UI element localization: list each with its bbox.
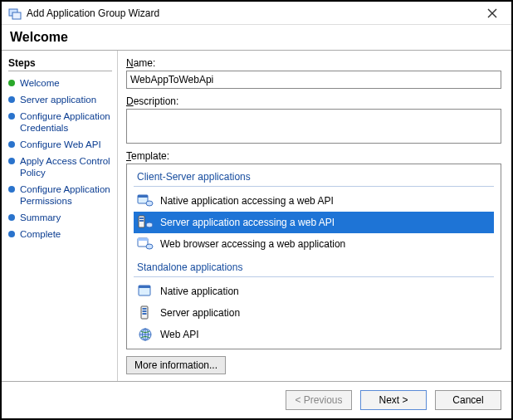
divider [134,186,494,187]
template-group-client-server: Client-Server applications [134,169,494,184]
template-list[interactable]: Client-Server applications Native applic… [126,164,501,349]
previous-button[interactable]: < Previous [286,390,352,410]
globe-icon [137,326,154,343]
step-summary[interactable]: Summary [8,209,112,226]
template-native-application[interactable]: Native application [134,281,494,302]
description-label: Description: [126,95,501,107]
svg-rect-5 [138,195,148,198]
name-label: Name: [126,57,501,69]
wizard-icon [8,7,22,20]
step-label: Configure Application Credentials [20,110,112,134]
template-server-accessing-api[interactable]: Server application accessing a web API [134,212,494,233]
template-label: Web API [160,329,198,340]
server-icon [137,305,154,321]
svg-rect-18 [143,310,147,312]
cancel-button[interactable]: Cancel [435,390,501,410]
template-group-standalone: Standalone applications [134,260,494,275]
step-welcome[interactable]: Welcome [8,75,112,91]
template-label: Template: [126,150,501,162]
svg-point-6 [146,201,153,206]
close-button[interactable] [480,5,505,22]
template-label: Native application accessing a web API [160,195,334,207]
svg-rect-1 [12,12,21,19]
step-label: Welcome [20,77,60,89]
svg-point-13 [146,244,153,249]
template-label: Native application [160,286,239,297]
description-input[interactable] [126,109,501,144]
browser-cloud-icon [137,236,154,252]
step-label: Summary [20,212,61,223]
template-native-accessing-api[interactable]: Native application accessing a web API [134,190,494,212]
step-label: Configure Web API [20,139,101,150]
svg-rect-12 [138,238,148,241]
template-label: Server application [160,307,240,319]
step-bullet-icon [8,80,15,86]
template-label: Server application accessing a web API [160,217,335,228]
step-bullet-icon [8,96,15,103]
template-browser-accessing-app[interactable]: Web browser accessing a web application [134,233,494,255]
content-pane: Name: Description: Template: Client-Serv… [118,51,511,381]
step-label: Complete [20,228,61,240]
page-title: Welcome [10,30,503,45]
divider [134,276,494,277]
step-configure-credentials[interactable]: Configure Application Credentials [8,108,112,136]
svg-rect-17 [143,308,147,310]
title-bar: Add Application Group Wizard [2,2,511,25]
header-band: Welcome [2,25,511,51]
step-complete[interactable]: Complete [8,226,112,242]
step-label: Apply Access Control Policy [20,155,112,178]
step-bullet-icon [8,214,15,221]
step-label: Configure Application Permissions [20,183,112,207]
step-label: Server application [20,94,96,105]
template-web-api[interactable]: Web API [134,324,494,345]
step-bullet-icon [8,141,15,148]
step-bullet-icon [8,186,15,193]
step-configure-permissions[interactable]: Configure Application Permissions [8,181,112,209]
wizard-footer: < Previous Next > Cancel [2,381,511,418]
window-cloud-icon [137,193,154,209]
step-bullet-icon [8,113,15,120]
window-icon [137,283,154,300]
steps-heading: Steps [8,57,112,71]
svg-rect-8 [139,217,144,219]
svg-rect-19 [143,313,147,315]
step-configure-web-api[interactable]: Configure Web API [8,136,112,153]
wizard-body: Steps Welcome Server application Configu… [2,51,511,381]
steps-sidebar: Steps Welcome Server application Configu… [2,51,118,381]
next-button[interactable]: Next > [360,390,427,410]
window-title: Add Application Group Wizard [27,7,159,19]
svg-point-10 [146,222,153,227]
template-server-application[interactable]: Server application [134,302,494,324]
svg-rect-15 [139,286,150,288]
step-access-control[interactable]: Apply Access Control Policy [8,153,112,181]
more-information-button[interactable]: More information... [126,356,226,374]
step-server-application[interactable]: Server application [8,91,112,108]
server-cloud-icon [137,214,154,231]
svg-rect-9 [139,220,144,222]
template-label: Web browser accessing a web application [160,238,345,250]
step-bullet-icon [8,158,15,164]
name-input[interactable] [126,71,501,89]
step-bullet-icon [8,231,15,237]
